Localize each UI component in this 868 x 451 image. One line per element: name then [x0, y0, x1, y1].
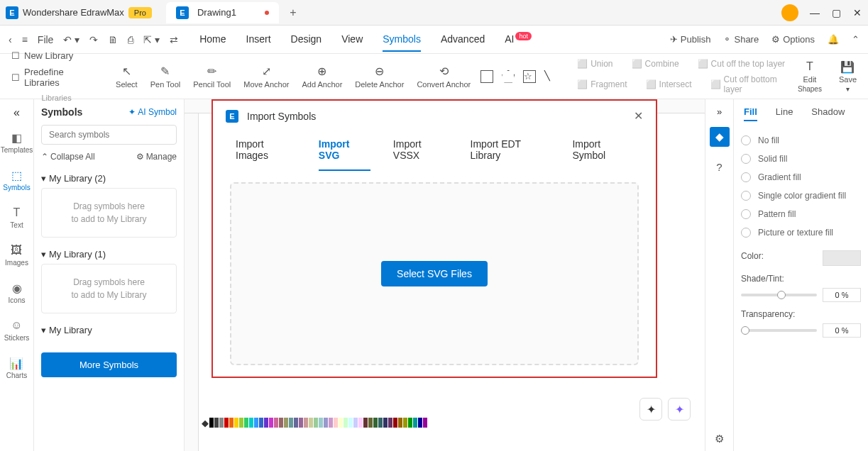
- star-shape[interactable]: ☆: [523, 70, 536, 83]
- collapse-ribbon-icon[interactable]: ⌃: [852, 34, 859, 45]
- rail-icons[interactable]: ◉Icons: [6, 278, 28, 307]
- shade-value[interactable]: 0 %: [823, 288, 861, 302]
- document-tab[interactable]: E Drawing1: [166, 2, 279, 23]
- union-button[interactable]: ⬜ Union: [577, 59, 612, 69]
- search-symbols-input[interactable]: [41, 125, 177, 145]
- redo-button[interactable]: ↷: [89, 34, 98, 45]
- rail-text[interactable]: TText: [7, 203, 27, 232]
- close-button[interactable]: ✕: [852, 8, 862, 18]
- fragment-button[interactable]: ⬜ Fragment: [577, 74, 627, 94]
- rect-shape[interactable]: [480, 70, 493, 83]
- palette-icon[interactable]: ◆: [202, 418, 209, 428]
- publish-button[interactable]: ✈ Publish: [670, 34, 711, 45]
- help-icon[interactable]: ?: [710, 157, 730, 177]
- menu-ai[interactable]: AIhot: [505, 28, 532, 52]
- rail-symbols[interactable]: ⬚Symbols: [0, 165, 33, 194]
- tab-import-edt[interactable]: Import EDT Library: [471, 130, 550, 171]
- radio-solid-fill[interactable]: Solid fill: [741, 150, 861, 168]
- undo-button[interactable]: ↶ ▾: [63, 34, 79, 45]
- left-rail: « ◧Templates ⬚Symbols TText 🖼Images ◉Ico…: [0, 99, 34, 451]
- canvas-area[interactable]: E Import Symbols ✕ Import Images Import …: [185, 99, 705, 451]
- cut-bottom-button[interactable]: ⬜ Cut off bottom layer: [710, 74, 798, 94]
- shade-slider[interactable]: [741, 294, 817, 296]
- color-palette-strip[interactable]: ◆: [202, 416, 492, 429]
- radio-gradient-fill[interactable]: Gradient fill: [741, 168, 861, 186]
- cut-top-button[interactable]: ⬜ Cut off the top layer: [698, 59, 786, 69]
- tab-import-svg[interactable]: Import SVG: [319, 130, 370, 171]
- save-button[interactable]: 💾Save▾: [839, 60, 857, 93]
- collapse-sidebar-icon[interactable]: «: [13, 106, 20, 119]
- edit-shapes-button[interactable]: TEditShapes: [798, 60, 822, 93]
- user-avatar[interactable]: [781, 4, 798, 21]
- file-menu[interactable]: File: [38, 34, 54, 45]
- more-symbols-button[interactable]: More Symbols: [41, 352, 177, 377]
- new-library-button[interactable]: ☐ New Library: [11, 50, 101, 61]
- options-button[interactable]: ⚙ Options: [771, 34, 815, 45]
- rp-tab-shadow[interactable]: Shadow: [811, 106, 845, 121]
- menu-view[interactable]: View: [341, 28, 363, 52]
- menu-home[interactable]: Home: [199, 28, 226, 52]
- print-icon[interactable]: ⎙: [128, 34, 133, 45]
- tab-import-symbol[interactable]: Import Symbol: [572, 130, 633, 171]
- settings-icon[interactable]: ⚙: [710, 429, 730, 449]
- rail-charts[interactable]: 📊Charts: [4, 353, 30, 382]
- expand-panel-icon[interactable]: »: [717, 106, 722, 117]
- rail-templates[interactable]: ◧Templates: [0, 128, 35, 157]
- combine-button[interactable]: ⬜ Combine: [632, 59, 679, 69]
- library-section-3[interactable]: ▾ My Library: [41, 321, 177, 340]
- convert-anchor-tool[interactable]: ⟲Convert Anchor: [417, 65, 471, 89]
- library-dropzone-1[interactable]: Drag symbols here to add to My Library: [41, 188, 177, 238]
- rail-stickers[interactable]: ☺Stickers: [1, 316, 33, 345]
- rp-tab-fill[interactable]: Fill: [744, 106, 757, 121]
- more-icon[interactable]: ⇄: [170, 34, 178, 45]
- line-shape[interactable]: ╲: [544, 70, 557, 83]
- manage-button[interactable]: ⚙ Manage: [136, 152, 177, 162]
- radio-no-fill[interactable]: No fill: [741, 131, 861, 150]
- library-section-1[interactable]: ▾ My Library (2): [41, 169, 177, 188]
- transparency-slider[interactable]: [741, 329, 817, 332]
- library-dropzone-2[interactable]: Drag symbols here to add to My Library: [41, 264, 177, 313]
- select-tool[interactable]: ↖Select: [116, 65, 138, 89]
- color-swatch-button[interactable]: [823, 250, 861, 266]
- menu-design[interactable]: Design: [291, 28, 322, 52]
- add-tab-button[interactable]: +: [285, 4, 302, 21]
- back-button[interactable]: ‹: [9, 34, 12, 45]
- pen-tool[interactable]: ✎Pen Tool: [150, 65, 181, 89]
- minimize-button[interactable]: ―: [810, 8, 820, 18]
- export-icon[interactable]: ⇱ ▾: [143, 34, 160, 45]
- dialog-dropzone[interactable]: Select SVG Files: [230, 182, 639, 365]
- library-section-2[interactable]: ▾ My Library (1): [41, 245, 177, 264]
- menu-icon[interactable]: ≡: [22, 34, 28, 45]
- pentagon-shape[interactable]: [502, 70, 515, 83]
- intersect-button[interactable]: ⬜ Intersect: [646, 74, 692, 94]
- predefine-libraries-button[interactable]: ☐ Predefine Libraries: [11, 67, 101, 88]
- tab-import-images[interactable]: Import Images: [236, 130, 296, 171]
- collapse-all-button[interactable]: ⌃ Collapse All: [41, 152, 95, 162]
- pencil-tool[interactable]: ✏Pencil Tool: [193, 65, 231, 89]
- radio-picture-fill[interactable]: Picture or texture fill: [741, 223, 861, 242]
- rp-tab-line[interactable]: Line: [776, 106, 793, 121]
- radio-pattern-fill[interactable]: Pattern fill: [741, 205, 861, 223]
- tab-import-vssx[interactable]: Import VSSX: [393, 130, 448, 171]
- add-anchor-tool[interactable]: ⊕Add Anchor: [302, 65, 342, 89]
- menu-symbols[interactable]: Symbols: [383, 28, 421, 52]
- delete-anchor-tool[interactable]: ⊖Delete Anchor: [355, 65, 404, 89]
- fill-panel-icon[interactable]: ◆: [710, 127, 730, 147]
- dialog-close-button[interactable]: ✕: [634, 109, 643, 123]
- ai-sparkle-button[interactable]: ✦: [668, 398, 691, 421]
- radio-single-gradient[interactable]: Single color gradient fill: [741, 186, 861, 205]
- select-svg-files-button[interactable]: Select SVG Files: [381, 261, 488, 286]
- dialog-title: Import Symbols: [247, 111, 316, 122]
- dialog-app-icon: E: [226, 110, 238, 123]
- menu-insert[interactable]: Insert: [246, 28, 271, 52]
- share-button[interactable]: ⚬ Share: [723, 34, 759, 45]
- save-icon[interactable]: 🗎: [108, 34, 118, 45]
- maximize-button[interactable]: ▢: [831, 8, 841, 18]
- rail-images[interactable]: 🖼Images: [2, 240, 31, 269]
- sparkle-button[interactable]: ✦: [639, 398, 662, 421]
- move-anchor-tool[interactable]: ⤢Move Anchor: [243, 65, 289, 89]
- ai-symbol-button[interactable]: ✦ AI Symbol: [128, 107, 177, 117]
- menu-advanced[interactable]: Advanced: [441, 28, 485, 52]
- notification-icon[interactable]: 🔔: [828, 34, 839, 45]
- transparency-value[interactable]: 0 %: [823, 323, 861, 338]
